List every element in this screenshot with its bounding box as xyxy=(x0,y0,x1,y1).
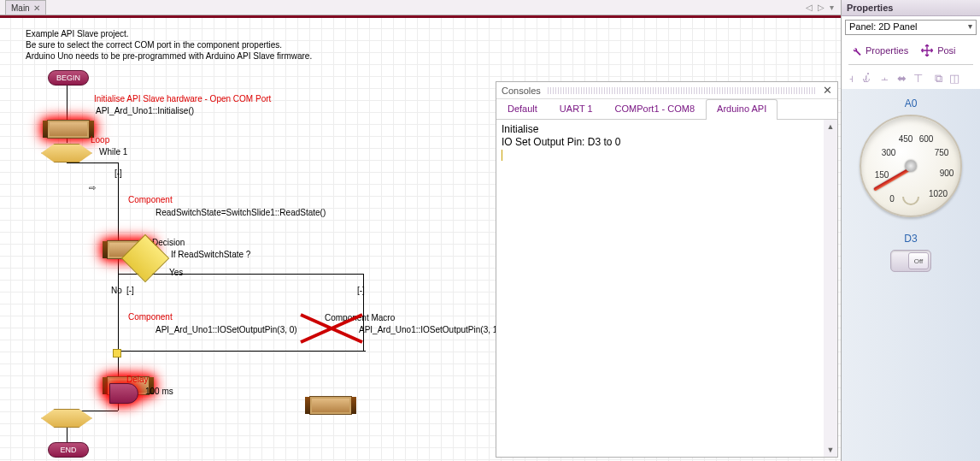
label-init-call: API_Ard_Uno1::Initialise() xyxy=(96,106,194,115)
label-no: No xyxy=(111,286,122,295)
gauge-hub-icon xyxy=(905,160,917,172)
project-description: Example API Slave project. Be sure to se… xyxy=(26,28,312,62)
group-icon[interactable]: ⧉ xyxy=(935,72,942,86)
node-initialise[interactable] xyxy=(47,120,90,139)
wrench-icon xyxy=(848,44,862,57)
branch-marker-no[interactable]: [-] xyxy=(126,286,134,295)
close-icon[interactable]: ✕ xyxy=(33,3,40,13)
panel-2d-preview: A0 0 150 300 450 600 750 900 1020 D3 Off xyxy=(842,89,980,461)
tab-next-icon[interactable]: ▷ xyxy=(818,3,824,12)
flowchart-canvas[interactable]: Main ✕ ◁ ▷ ▾ Example API Slave project. … xyxy=(0,0,841,461)
switch-label-d3: D3 xyxy=(842,233,980,245)
drag-grip-icon[interactable] xyxy=(548,87,816,94)
align-left-icon[interactable]: ⫞ xyxy=(848,72,854,86)
align-center-icon[interactable]: ⫝̸ xyxy=(861,72,872,86)
canvas-tab-bar: Main ✕ ◁ ▷ ▾ xyxy=(0,0,841,15)
consoles-title: Consoles xyxy=(502,86,541,96)
label-loop: Loop xyxy=(91,135,109,145)
ungroup-icon[interactable]: ◫ xyxy=(949,72,959,86)
console-output[interactable]: Initialise IO Set Output Pin: D3 to 0 xyxy=(496,120,837,457)
tab-main[interactable]: Main ✕ xyxy=(5,0,46,15)
consoles-tabs: Default UART 1 COMPort1 - COM8 Arduino A… xyxy=(496,99,837,120)
gauge-label-a0: A0 xyxy=(842,89,980,109)
dist-h-icon[interactable]: ⬌ xyxy=(897,72,907,86)
tab-menu-icon[interactable]: ▾ xyxy=(830,3,834,12)
disabled-x-icon xyxy=(299,313,366,346)
divider xyxy=(848,64,973,65)
console-tab-uart1[interactable]: UART 1 xyxy=(549,99,604,119)
gauge-a0[interactable]: 0 150 300 450 600 750 900 1020 xyxy=(860,115,962,217)
node-begin[interactable]: BEGIN xyxy=(48,70,89,86)
console-tab-comport[interactable]: COMPort1 - COM8 xyxy=(604,99,707,119)
label-init-title: Initialise API Slave hardware - Open COM… xyxy=(94,94,271,103)
branch-marker-1[interactable]: [-] xyxy=(114,168,122,178)
properties-title: Properties xyxy=(842,0,980,16)
close-icon[interactable]: ✕ xyxy=(823,84,832,97)
branch-marker-yes[interactable]: [-] xyxy=(357,286,365,295)
label-if: If ReadSwitchState ? xyxy=(171,250,250,259)
console-tab-default[interactable]: Default xyxy=(496,99,549,119)
node-delay[interactable] xyxy=(109,383,138,404)
label-delay-val: 100 ms xyxy=(145,387,173,396)
tab-main-label: Main xyxy=(11,3,30,13)
subtab-properties[interactable]: Properties xyxy=(848,44,908,57)
gauge-arc-icon xyxy=(902,197,919,205)
toggle-knob: Off xyxy=(908,252,929,269)
label-yes: Yes xyxy=(169,268,183,277)
tab-prev-icon[interactable]: ◁ xyxy=(806,3,813,12)
scroll-down-icon[interactable]: ▼ xyxy=(824,443,837,457)
toolbar-icons: ⫞ ⫝̸ ⫠ ⬌ ⊤ ⧉ ◫ xyxy=(842,68,980,89)
move-icon xyxy=(920,44,934,57)
align-right-icon[interactable]: ⫠ xyxy=(879,72,890,86)
toggle-d3[interactable]: Off xyxy=(890,250,931,272)
node-end[interactable]: END xyxy=(48,442,89,458)
label-while: While 1 xyxy=(99,147,127,157)
label-read-switch: ReadSwitchState=SwitchSlide1::ReadState(… xyxy=(156,208,326,217)
scroll-up-icon[interactable]: ▲ xyxy=(824,120,837,133)
label-set0: API_Ard_Uno1::IOSetOutputPin(3, 0) xyxy=(156,325,297,334)
panel-select[interactable]: Panel: 2D Panel xyxy=(845,20,977,35)
label-component-1: Component xyxy=(128,195,173,204)
console-scrollbar[interactable]: ▲ ▼ xyxy=(824,120,837,457)
label-set1: API_Ard_Uno1::IOSetOutputPin(3, 1) xyxy=(359,325,501,334)
caret-icon xyxy=(502,150,502,161)
label-component-2: Component xyxy=(128,312,173,322)
node-set-pin-1[interactable] xyxy=(309,396,352,415)
subtab-position[interactable]: Posi xyxy=(920,44,955,57)
properties-panel: Properties Panel: 2D Panel Properties Po… xyxy=(841,0,980,461)
align-top-icon[interactable]: ⊤ xyxy=(913,72,923,86)
consoles-panel: Consoles ✕ Default UART 1 COMPort1 - COM… xyxy=(496,81,838,458)
node-join[interactable] xyxy=(113,349,121,358)
console-tab-arduino-api[interactable]: Arduino API xyxy=(706,99,778,120)
insert-icon[interactable]: ⇨ xyxy=(89,183,96,192)
